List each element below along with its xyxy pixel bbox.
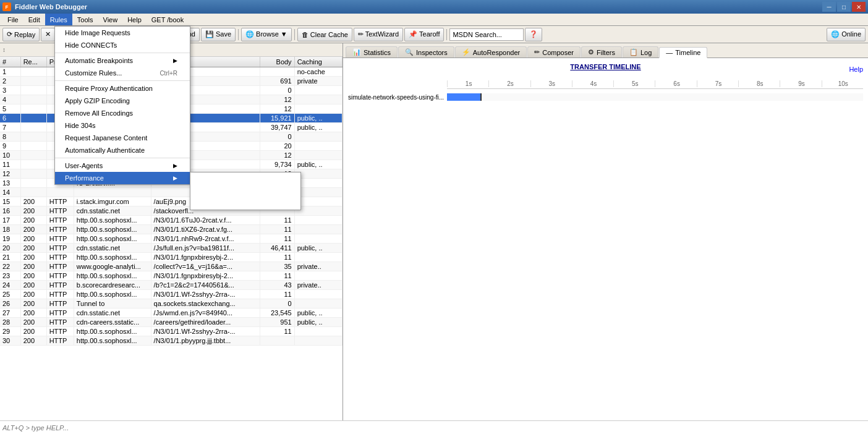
timeline-marker xyxy=(480,93,482,101)
close-button[interactable]: ✕ xyxy=(852,2,866,12)
cell-result: 200 xyxy=(20,253,46,262)
tab-composer[interactable]: ✏ Composer xyxy=(527,46,581,57)
table-row[interactable]: 26 200 HTTP Tunnel to qa.sockets.stackex… xyxy=(0,299,343,308)
perf-cache-fresh[interactable]: Cache Always Fresh xyxy=(190,197,300,210)
replay-button[interactable]: ⟳ Replay xyxy=(2,28,40,41)
table-row[interactable]: 25 200 HTTP http.00.s.sophosxl... /N3/01… xyxy=(0,290,343,299)
cell-caching xyxy=(294,169,342,179)
cell-caching xyxy=(294,336,342,346)
command-input[interactable] xyxy=(2,424,866,432)
separator-rules-3 xyxy=(55,158,190,158)
cell-body: 11 xyxy=(260,327,294,336)
cell-result xyxy=(20,104,46,114)
rules-customize[interactable]: Customize Rules... Ctrl+R xyxy=(55,67,190,79)
remove-button[interactable]: ✕ xyxy=(41,28,55,41)
tick-5s: 5s xyxy=(613,80,655,87)
help-icon-button[interactable]: ❓ xyxy=(525,28,542,41)
timeline-help-link[interactable]: Help xyxy=(849,66,863,73)
cell-body: 691 xyxy=(260,77,294,86)
cell-caching xyxy=(294,206,342,216)
rules-hide-image[interactable]: Hide Image Requests xyxy=(55,27,190,39)
cell-caching: private.. xyxy=(294,281,342,290)
menu-rules[interactable]: Rules xyxy=(45,14,72,25)
rules-hide-connects[interactable]: Hide CONNECTs xyxy=(55,39,190,51)
msdn-search-input[interactable] xyxy=(449,28,524,41)
timeline-row-1: simulate-network-speeds-using-fi... xyxy=(348,91,863,103)
minimize-button[interactable]: ─ xyxy=(822,2,836,12)
cell-url: qa.sockets.stackexchang... xyxy=(151,299,260,308)
cell-body: 11 xyxy=(260,253,294,262)
cell-result: 200 xyxy=(20,336,46,346)
tab-filters[interactable]: ⚙ Filters xyxy=(581,46,622,57)
rules-remove-encodings[interactable]: Remove All Encodings xyxy=(55,107,190,119)
cell-url: /N3/01/1.tiXZ6-2rcat.v.fg... xyxy=(151,225,260,234)
table-row[interactable]: 29 200 HTTP http.00.s.sophosxl... /N3/01… xyxy=(0,327,343,336)
table-row[interactable]: 24 200 HTTP b.scorecardresearc... /b?c1=… xyxy=(0,281,343,290)
cell-url: /N3/01/1.nhRw9-2rcat.v.f... xyxy=(151,234,260,244)
perf-disable-caching[interactable]: Disable Caching xyxy=(190,185,300,197)
browse-button[interactable]: 🌐 Browse ▼ xyxy=(241,28,292,41)
cell-body: 11 xyxy=(260,290,294,299)
cell-result xyxy=(20,114,46,123)
filters-icon: ⚙ xyxy=(588,48,594,56)
cell-body: 0 xyxy=(260,86,294,95)
cell-host: cdn.sstatic.net xyxy=(74,206,151,216)
tab-autoresponder[interactable]: ⚡ AutoResponder xyxy=(455,46,527,57)
rules-auto-breakpoints[interactable]: Automatic Breakpoints ▶ xyxy=(55,54,190,67)
cell-body: 15,921 xyxy=(260,114,294,123)
menu-tools[interactable]: Tools xyxy=(72,14,98,25)
rules-auto-auth[interactable]: Automatically Authenticate xyxy=(55,144,190,156)
tick-1s: 1s xyxy=(447,80,488,87)
table-row[interactable]: 23 200 HTTP http.00.s.sophosxl... /N3/01… xyxy=(0,271,343,281)
menu-edit[interactable]: Edit xyxy=(23,14,45,25)
rules-japanese[interactable]: Request Japanese Content xyxy=(55,132,190,144)
table-row[interactable]: 30 200 HTTP http.00.s.sophosxl... /N3/01… xyxy=(0,336,343,346)
cell-url: /b?c1=2&c2=17440561&... xyxy=(151,281,260,290)
table-row[interactable]: 22 200 HTTP www.google-analyti... /colle… xyxy=(0,262,343,271)
menu-help[interactable]: Help xyxy=(122,14,147,25)
cell-caching: public, .. xyxy=(294,244,342,253)
tab-bar: 📊 Statistics 🔍 Inspectors ⚡ AutoResponde… xyxy=(343,43,868,58)
cell-caching xyxy=(294,188,342,197)
tearoff-button[interactable]: 📌 Tearoff xyxy=(404,28,444,41)
cell-num: 9 xyxy=(0,142,20,151)
rules-user-agents[interactable]: User-Agents ▶ xyxy=(55,160,190,172)
table-row[interactable]: 19 200 HTTP http.00.s.sophosxl... /N3/01… xyxy=(0,234,343,244)
sort-icon: ↕ xyxy=(2,46,6,53)
rules-proxy-auth[interactable]: Require Proxy Authentication xyxy=(55,82,190,95)
rules-performance[interactable]: Performance ▶ Simulate Modem Speeds Disa… xyxy=(55,172,190,184)
cell-proto: HTTP xyxy=(46,327,74,336)
table-row[interactable]: 18 200 HTTP http.00.s.sophosxl... /N3/01… xyxy=(0,225,343,234)
table-row[interactable]: 28 200 HTTP cdn-careers.sstatic... /care… xyxy=(0,318,343,327)
clear-cache-button[interactable]: 🗑 Clear Cache xyxy=(297,28,352,41)
cell-caching xyxy=(294,253,342,262)
table-row[interactable]: 21 200 HTTP http.00.s.sophosxl... /N3/01… xyxy=(0,253,343,262)
rules-hide-304[interactable]: Hide 304s xyxy=(55,119,190,132)
menu-file[interactable]: File xyxy=(2,14,23,25)
performance-submenu: Simulate Modem Speeds Disable Caching Ca… xyxy=(190,172,301,210)
text-wizard-button[interactable]: ✏ TextWizard xyxy=(354,28,403,41)
cell-caching: public, .. xyxy=(294,123,342,132)
cell-body: 951 xyxy=(260,318,294,327)
window-controls: ─ □ ✕ xyxy=(822,2,866,12)
table-row[interactable]: 17 200 HTTP http.00.s.sophosxl... /N3/01… xyxy=(0,216,343,225)
inspectors-icon: 🔍 xyxy=(405,48,414,56)
menu-view[interactable]: View xyxy=(98,14,123,25)
cell-proto: HTTP xyxy=(46,271,74,281)
table-row[interactable]: 27 200 HTTP cdn.sstatic.net /Js/wmd.en.j… xyxy=(0,308,343,318)
save-button[interactable]: 💾 Save xyxy=(201,28,236,41)
cell-result: 200 xyxy=(20,234,46,244)
tab-statistics[interactable]: 📊 Statistics xyxy=(346,46,398,57)
rules-gzip[interactable]: Apply GZIP Encoding xyxy=(55,95,190,107)
maximize-button[interactable]: □ xyxy=(837,2,851,12)
online-button[interactable]: 🌐 Online xyxy=(827,28,866,41)
cell-proto: HTTP xyxy=(46,318,74,327)
cell-host: cdn.sstatic.net xyxy=(74,308,151,318)
cell-host: b.scorecardresearc... xyxy=(74,281,151,290)
tab-inspectors[interactable]: 🔍 Inspectors xyxy=(398,46,454,57)
tab-timeline[interactable]: — Timeline xyxy=(659,47,707,58)
perf-simulate-modem[interactable]: Simulate Modem Speeds xyxy=(190,172,300,185)
table-row[interactable]: 20 200 HTTP cdn.sstatic.net /Js/full.en.… xyxy=(0,244,343,253)
tab-log[interactable]: 📋 Log xyxy=(623,46,658,57)
menu-get-book[interactable]: GET /book xyxy=(147,14,189,25)
